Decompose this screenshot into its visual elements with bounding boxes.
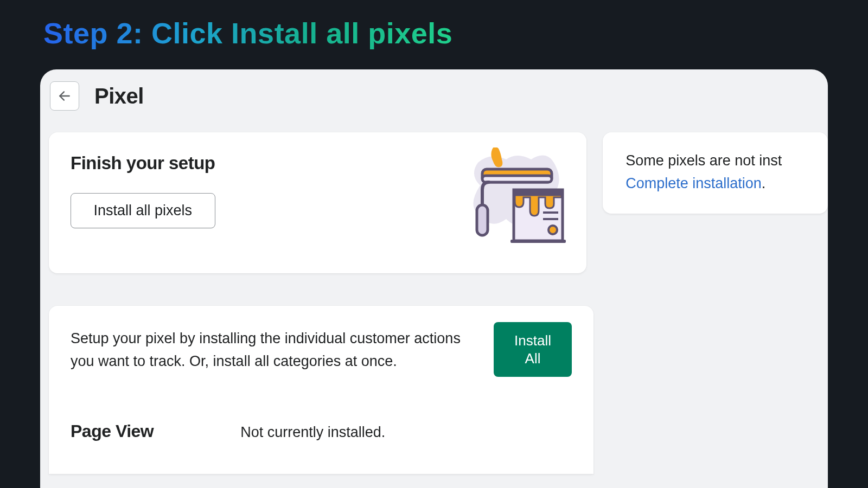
page-view-label: Page View — [71, 421, 154, 441]
panel-title: Pixel — [94, 84, 144, 108]
install-all-line1: Install — [514, 332, 551, 349]
install-all-line2: All — [525, 350, 541, 367]
paint-illustration — [458, 147, 567, 252]
install-all-button[interactable]: Install All — [494, 322, 572, 377]
pixel-setup-row: Setup your pixel by installing the indiv… — [71, 328, 572, 377]
svg-rect-3 — [477, 205, 488, 235]
panel-header: Pixel — [40, 80, 828, 111]
alert-text: Some pixels are not inst Complete instal… — [626, 150, 828, 195]
setup-card-left: Finish your setup Install all pixels — [71, 153, 215, 228]
install-all-pixels-button[interactable]: Install all pixels — [71, 193, 215, 228]
back-button[interactable] — [50, 81, 79, 111]
setup-heading: Finish your setup — [71, 153, 215, 174]
arrow-left-icon — [58, 89, 72, 103]
svg-rect-2 — [482, 176, 552, 182]
svg-point-9 — [548, 226, 557, 234]
pixel-setup-description: Setup your pixel by installing the indiv… — [71, 328, 467, 373]
alert-text-line: Some pixels are not inst — [626, 152, 782, 169]
alert-period: . — [762, 175, 766, 191]
content-row: Finish your setup Install all pixels — [40, 111, 828, 273]
pixel-setup-card: Setup your pixel by installing the indiv… — [49, 306, 593, 474]
main-panel: Pixel Finish your setup Install all pixe… — [40, 69, 828, 488]
alert-card: Some pixels are not inst Complete instal… — [603, 132, 828, 214]
complete-installation-link[interactable]: Complete installation — [626, 175, 762, 191]
step-title: Step 2: Click Install all pixels — [43, 16, 452, 50]
setup-card: Finish your setup Install all pixels — [49, 132, 586, 273]
page-view-status: Not currently installed. — [240, 424, 385, 441]
svg-rect-5 — [510, 240, 566, 243]
page-view-row: Page View Not currently installed. — [71, 421, 572, 441]
